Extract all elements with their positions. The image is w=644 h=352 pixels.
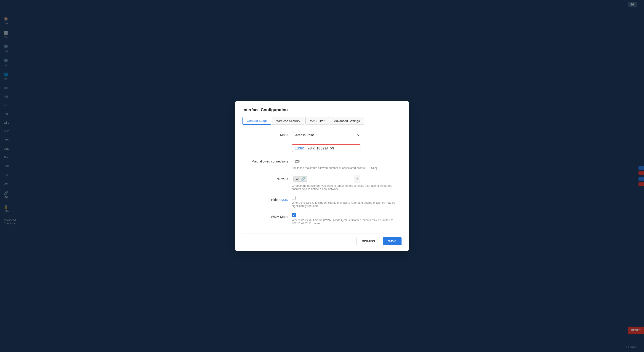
save-button[interactable]: SAVE — [383, 237, 402, 245]
hide-essid-link[interactable]: ESSID — [278, 198, 288, 202]
network-tag-label: lan: — [296, 177, 300, 181]
max-connections-hint: Limits the maximum allowed number of ass… — [292, 166, 402, 169]
wmm-mode-checkbox[interactable]: ✓ — [292, 213, 296, 217]
modal-title: Interface Configuration — [242, 108, 402, 112]
modal-tabs: General Setup Wireless Security MAC-Filt… — [242, 117, 402, 125]
mode-input-group: Access Point Client Monitor Master — [292, 131, 402, 139]
modal-dialog: Interface Configuration General Setup Wi… — [235, 101, 409, 251]
wmm-mode-label: WMM Mode — [242, 213, 288, 219]
form-section: Mode Access Point Client Monitor Master … — [242, 131, 402, 225]
mode-label: Mode — [242, 131, 288, 137]
hide-essid-input-group: Where the ESSID is hidden, clients may f… — [292, 196, 402, 208]
mode-row: Mode Access Point Client Monitor Master — [242, 131, 402, 139]
hide-essid-hint: Where the ESSID is hidden, clients may f… — [292, 201, 402, 208]
dismiss-button[interactable]: DISMISS — [356, 237, 380, 245]
network-row: Network lan: 🔗 ▾ Choose the network(s) y… — [242, 175, 402, 191]
network-tag-icon: 🔗 — [301, 177, 305, 181]
wmm-mode-input-group: ✓ Where Wi-Fi Multimedia (WMM) Mode QoS … — [292, 213, 402, 225]
wmm-mode-row: WMM Mode ✓ Where Wi-Fi Multimedia (WMM) … — [242, 213, 402, 225]
network-hint: Choose the network(s) you want to attach… — [292, 184, 402, 191]
network-input-group: lan: 🔗 ▾ Choose the network(s) you want … — [292, 175, 402, 191]
essid-link[interactable]: ESSID — [293, 145, 306, 151]
network-tag: lan: 🔗 — [294, 176, 307, 182]
max-connections-label: Max. allowed connections — [242, 158, 288, 163]
tab-advanced-settings[interactable]: Advanced Settings — [330, 117, 364, 125]
hide-essid-checkbox[interactable] — [292, 196, 296, 200]
mode-select[interactable]: Access Point Client Monitor Master — [292, 131, 360, 139]
max-connections-input-group: Limits the maximum allowed number of ass… — [292, 158, 402, 169]
hide-essid-checkbox-row — [292, 196, 402, 200]
essid-wrapper: ESSID — [292, 144, 360, 152]
max-connections-input[interactable] — [292, 158, 360, 165]
max-connections-row: Max. allowed connections Limits the maxi… — [242, 158, 402, 169]
network-label: Network — [242, 175, 288, 181]
hide-essid-row: Hide ESSID Where the ESSID is hidden, cl… — [242, 196, 402, 208]
tab-general-setup[interactable]: General Setup — [242, 117, 271, 125]
essid-input[interactable] — [306, 145, 360, 151]
essid-row: ESSID — [242, 144, 402, 152]
essid-input-group: ESSID — [292, 144, 402, 152]
tab-wireless-security[interactable]: Wireless Security — [272, 117, 304, 125]
network-select-wrapper[interactable]: lan: 🔗 ▾ — [292, 175, 360, 183]
wmm-mode-hint: Where Wi-Fi Multimedia (WMM) Mode QoS is… — [292, 219, 402, 225]
modal-footer: DISMISS SAVE — [242, 233, 402, 245]
wmm-mode-checkbox-row: ✓ — [292, 213, 402, 217]
modal-backdrop: Interface Configuration General Setup Wi… — [0, 0, 644, 352]
hide-essid-label: Hide ESSID — [242, 196, 288, 202]
tab-mac-filter[interactable]: MAC-Filter — [305, 117, 329, 125]
network-select-arrow[interactable]: ▾ — [354, 175, 360, 183]
essid-label-empty — [242, 144, 288, 146]
